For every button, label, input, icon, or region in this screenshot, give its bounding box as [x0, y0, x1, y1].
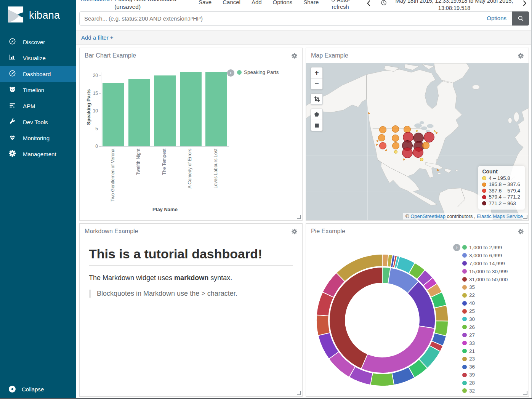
map-canvas[interactable]: + − Count 4 – 195.8195.8 – 387 — [306, 63, 529, 220]
elastic-maps-service-link[interactable]: Elastic Maps Service — [477, 213, 523, 219]
time-back-chevron-icon[interactable] — [366, 0, 371, 8]
pie-legend-item[interactable]: 27 — [462, 331, 508, 339]
map-circle[interactable] — [420, 158, 423, 161]
search-input[interactable] — [80, 12, 473, 25]
sidebar-item-monitoring[interactable]: Monitoring — [0, 130, 76, 146]
pie-legend-item[interactable]: 28 — [462, 379, 508, 387]
bar-2[interactable] — [154, 75, 176, 146]
map-circle[interactable] — [392, 135, 399, 142]
markdown-heading: This is a tutorial dashboard! — [89, 247, 293, 261]
map-circle[interactable] — [379, 142, 386, 149]
map-circle[interactable] — [422, 142, 429, 149]
pie-legend-item[interactable]: 23 — [462, 355, 508, 363]
sidebar-item-visualize[interactable]: Visualize — [0, 50, 76, 66]
map-circle[interactable] — [376, 144, 378, 146]
pie-legend-item[interactable]: 25 — [462, 307, 508, 315]
pie-legend-item[interactable]: 32 — [462, 387, 508, 395]
panel-options-gear-icon[interactable] — [292, 229, 297, 234]
map-circle[interactable] — [416, 130, 418, 132]
panel-options-gear-icon[interactable] — [518, 53, 524, 59]
panel-resize-handle[interactable] — [297, 215, 301, 219]
pie-outer-slice[interactable] — [370, 373, 394, 386]
bar-legend[interactable]: Speaking Parts — [237, 69, 279, 75]
panel-options-gear-icon[interactable] — [292, 53, 297, 59]
openstreetmap-link[interactable]: OpenStreetMap — [410, 213, 445, 219]
crop-tool-button[interactable] — [311, 94, 322, 104]
map-circle[interactable] — [436, 132, 437, 134]
legend-swatch — [462, 365, 467, 369]
legend-swatch — [462, 277, 467, 282]
pie-legend-item[interactable]: 39 — [462, 371, 508, 379]
map-circle[interactable] — [379, 126, 386, 133]
auto-refresh-button[interactable]: Auto-refresh — [326, 0, 355, 10]
map-circle[interactable] — [437, 169, 439, 171]
breadcrumb-dashboard-link[interactable]: Dashboard — [81, 0, 110, 2]
share-button[interactable]: Share — [303, 0, 319, 5]
legend-toggle-chevron-icon[interactable]: › — [453, 244, 460, 251]
legend-toggle-chevron-icon[interactable]: › — [227, 69, 234, 77]
pie-legend-item[interactable]: 31,000 to 50,000 — [462, 276, 508, 284]
pie-legend-item[interactable]: 1,000 to 2,999 — [462, 244, 508, 252]
legend-swatch — [462, 325, 467, 329]
map-circle[interactable] — [424, 132, 434, 143]
draw-polygon-button[interactable] — [311, 109, 322, 120]
pie-legend-item[interactable]: 40 — [462, 299, 508, 307]
map-circle[interactable] — [394, 150, 397, 154]
panel-resize-handle[interactable] — [297, 391, 301, 395]
panel-resize-handle[interactable] — [523, 391, 527, 395]
search-button[interactable] — [512, 11, 529, 26]
zoom-out-button[interactable]: − — [311, 78, 322, 89]
map-circle[interactable] — [403, 159, 405, 160]
sidebar-item-management[interactable]: Management — [0, 146, 76, 162]
add-button[interactable]: Add — [252, 0, 262, 5]
pie-legend-item[interactable]: 21 — [462, 347, 508, 355]
pie-legend-item[interactable]: 3,000 to 6,999 — [462, 252, 508, 260]
legend-swatch — [462, 309, 467, 314]
pie-legend-item[interactable]: 26 — [462, 323, 508, 331]
pie-legend-item[interactable]: 7,000 to 14,999 — [462, 260, 508, 268]
map-circle[interactable] — [402, 147, 413, 158]
pie-legend-item[interactable]: 33 — [462, 339, 508, 347]
sidebar-collapse-button[interactable]: Collapse — [0, 381, 76, 397]
bar-4[interactable] — [205, 72, 227, 146]
save-button[interactable]: Save — [199, 0, 212, 5]
options-button[interactable]: Options — [273, 0, 293, 5]
map-circle[interactable] — [378, 134, 385, 141]
draw-rectangle-button[interactable] — [311, 120, 322, 131]
pie-legend-item[interactable]: 35 — [462, 283, 508, 291]
panel-resize-handle[interactable] — [523, 215, 527, 219]
panel-options-gear-icon[interactable] — [518, 229, 524, 234]
map-circle[interactable] — [368, 112, 370, 114]
map-circle[interactable] — [385, 149, 387, 151]
panel-pie: Pie Example › 1,000 to 2,9993,000 to 6,9… — [306, 223, 529, 397]
sidebar-item-apm[interactable]: APM — [0, 98, 76, 114]
add-filter-link[interactable]: Add a filter+ — [81, 34, 113, 41]
sidebar-item-dev-tools[interactable]: Dev Tools — [0, 114, 76, 130]
pie-legend-item[interactable]: 15,000 to 30,999 — [462, 268, 508, 276]
map-circle[interactable] — [392, 125, 399, 133]
sidebar-item-dashboard[interactable]: Dashboard — [0, 66, 76, 82]
map-circle[interactable] — [392, 142, 399, 149]
bar-1[interactable] — [128, 79, 150, 146]
pie-outer-slice[interactable] — [316, 315, 330, 335]
search-options-link[interactable]: Options — [487, 15, 506, 21]
pie-outer-slice[interactable] — [434, 305, 448, 321]
sidebar-item-discover[interactable]: Discover — [0, 34, 76, 50]
pie-legend-item[interactable]: 30 — [462, 315, 508, 323]
bar-3[interactable] — [180, 72, 202, 146]
map-circle[interactable] — [434, 130, 436, 132]
pie-legend-item[interactable]: 36 — [462, 363, 508, 371]
sidebar-item-timelion[interactable]: Timelion — [0, 82, 76, 98]
zoom-in-button[interactable]: + — [311, 67, 322, 78]
pie-legend-item[interactable]: 22 — [462, 291, 508, 299]
kibana-logo-row[interactable]: kibana — [0, 0, 76, 29]
map-circle[interactable] — [377, 140, 378, 142]
bar-0[interactable] — [103, 83, 124, 146]
pie-chart-body: › 1,000 to 2,9993,000 to 6,9997,000 to 1… — [306, 239, 529, 396]
collapse-label: Collapse — [22, 386, 44, 393]
time-range-picker[interactable]: May 18th 2015, 12:33:19.518 to May 20th … — [389, 0, 519, 11]
map-circle[interactable] — [413, 147, 423, 158]
cancel-button[interactable]: Cancel — [223, 0, 240, 5]
legend-label: 27 — [469, 332, 475, 338]
time-forward-chevron-icon[interactable] — [522, 0, 527, 8]
